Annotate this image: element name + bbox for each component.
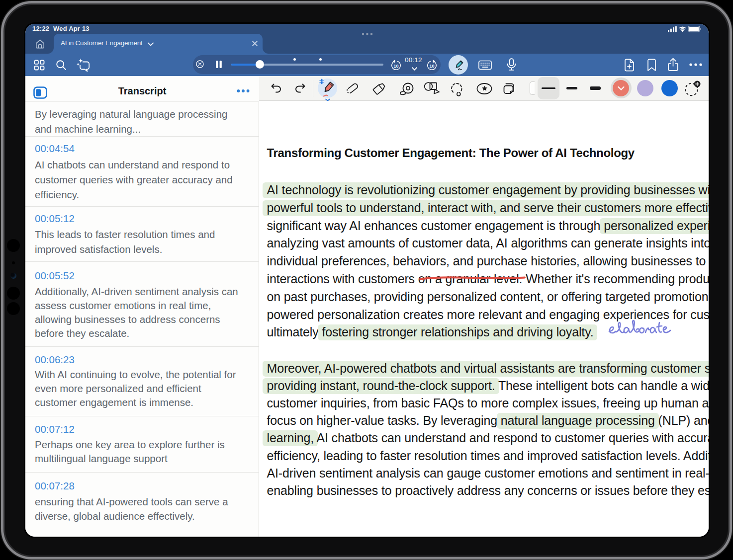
svg-text:10: 10	[429, 63, 434, 68]
svg-text:10: 10	[393, 63, 398, 68]
